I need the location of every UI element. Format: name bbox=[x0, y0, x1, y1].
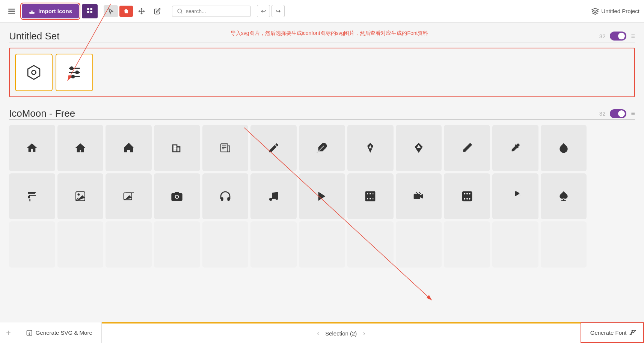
lib-icon-headphones[interactable] bbox=[202, 173, 249, 220]
svg-rect-26 bbox=[228, 146, 230, 152]
lib-icon-images[interactable] bbox=[106, 173, 152, 220]
svg-rect-20 bbox=[174, 148, 175, 149]
search-icon bbox=[177, 8, 183, 14]
section-header-row: Untitled Set 导入svg图片，然后选择要生成iconfont图标的s… bbox=[9, 30, 635, 42]
library-button[interactable] bbox=[82, 4, 98, 18]
set-menu-icon[interactable]: ≡ bbox=[631, 32, 635, 40]
library-menu-icon[interactable]: ≡ bbox=[631, 110, 635, 117]
lib-icon-newspaper[interactable] bbox=[202, 125, 249, 171]
search-input[interactable] bbox=[186, 8, 246, 14]
svg-rect-38 bbox=[367, 193, 368, 195]
lib-icon-nib2[interactable] bbox=[396, 125, 442, 171]
lib-icon-nib1[interactable] bbox=[347, 125, 394, 171]
lib-icon-home2[interactable] bbox=[57, 125, 104, 171]
selected-icons-container bbox=[9, 48, 635, 97]
svg-rect-1 bbox=[8, 11, 15, 12]
lib-icon-droplet[interactable] bbox=[541, 125, 587, 171]
svg-point-30 bbox=[78, 194, 79, 195]
lib-icon-r3-3[interactable] bbox=[106, 221, 152, 268]
svg-rect-44 bbox=[414, 194, 420, 199]
lib-icon-paint-roller[interactable] bbox=[9, 173, 55, 220]
lib-icon-pencil[interactable] bbox=[250, 125, 297, 171]
helper-text: 导入svg图片，然后选择要生成iconfont图标的svg图片，然后查看对应生成… bbox=[59, 30, 599, 37]
svg-rect-40 bbox=[373, 193, 374, 195]
toolbar: Import Icons bbox=[0, 0, 644, 23]
set-toggle[interactable] bbox=[610, 32, 626, 41]
set-title: Untitled Set bbox=[9, 30, 59, 42]
svg-point-35 bbox=[275, 197, 278, 200]
svg-point-49 bbox=[466, 193, 468, 194]
svg-point-53 bbox=[469, 198, 470, 200]
svg-point-34 bbox=[269, 198, 272, 201]
lib-icon-r3-10[interactable] bbox=[444, 221, 490, 268]
lib-icon-home1[interactable] bbox=[9, 125, 55, 171]
search-box bbox=[172, 6, 251, 17]
untitled-set-section: Untitled Set 导入svg图片，然后选择要生成iconfont图标的s… bbox=[9, 30, 635, 97]
svg-marker-9 bbox=[28, 66, 40, 80]
redo-button[interactable]: ↪ bbox=[271, 5, 285, 17]
icomoon-section: IcoMoon - Free 32 ≡ bbox=[9, 108, 635, 268]
svg-rect-4 bbox=[90, 8, 92, 10]
lib-icon-building[interactable] bbox=[154, 125, 200, 171]
icon-item-sliders[interactable] bbox=[56, 54, 93, 91]
import-icons-button[interactable]: Import Icons bbox=[22, 4, 79, 18]
svg-rect-6 bbox=[90, 11, 92, 13]
library-toggle[interactable] bbox=[610, 109, 626, 118]
svg-point-15 bbox=[76, 71, 78, 74]
lib-icon-r3-5[interactable] bbox=[202, 221, 249, 268]
svg-point-10 bbox=[32, 71, 36, 75]
svg-rect-5 bbox=[87, 11, 89, 13]
lib-icon-video[interactable] bbox=[396, 173, 442, 220]
svg-point-33 bbox=[176, 196, 178, 198]
lib-icon-r3-11[interactable] bbox=[492, 221, 538, 268]
select-tool-button[interactable] bbox=[104, 5, 118, 17]
library-count: 32 bbox=[599, 110, 606, 117]
edit-button[interactable] bbox=[150, 5, 164, 17]
set-count: 32 bbox=[599, 33, 606, 39]
lib-icon-pen[interactable] bbox=[299, 125, 345, 171]
icon-grid-row2 bbox=[9, 173, 635, 220]
menu-button[interactable] bbox=[5, 6, 19, 17]
lib-icon-r3-12[interactable] bbox=[541, 221, 587, 268]
lib-icon-home3[interactable] bbox=[106, 125, 152, 171]
lib-icon-image[interactable] bbox=[57, 173, 104, 220]
lib-icon-pen3[interactable] bbox=[444, 125, 490, 171]
svg-rect-43 bbox=[373, 198, 374, 200]
svg-point-48 bbox=[464, 193, 465, 194]
undo-redo: ↩ ↪ bbox=[257, 5, 285, 17]
library-meta: 32 ≡ bbox=[599, 109, 635, 118]
lib-icon-r3-9[interactable] bbox=[396, 221, 442, 268]
delete-button[interactable] bbox=[119, 6, 133, 17]
lib-icon-dice[interactable] bbox=[444, 173, 490, 220]
undo-button[interactable]: ↩ bbox=[257, 5, 270, 17]
section-meta: 32 ≡ bbox=[599, 32, 635, 41]
lib-icon-film[interactable] bbox=[347, 173, 394, 220]
svg-point-7 bbox=[178, 9, 182, 13]
svg-line-45 bbox=[416, 192, 418, 194]
move-button[interactable] bbox=[134, 5, 149, 17]
lib-icon-play[interactable] bbox=[299, 173, 345, 220]
svg-rect-39 bbox=[370, 193, 371, 195]
svg-line-46 bbox=[419, 192, 421, 194]
lib-icon-r3-4[interactable] bbox=[154, 221, 200, 268]
lib-icon-eyedropper[interactable] bbox=[492, 125, 538, 171]
lib-icon-camera[interactable] bbox=[154, 173, 200, 220]
lib-icon-spades[interactable] bbox=[541, 173, 587, 220]
svg-marker-8 bbox=[592, 8, 599, 11]
svg-point-14 bbox=[70, 67, 73, 69]
toolbar-left: Import Icons bbox=[5, 4, 285, 18]
lib-icon-r3-6[interactable] bbox=[250, 221, 297, 268]
lib-icon-r3-1[interactable] bbox=[9, 221, 55, 268]
lib-icon-music[interactable] bbox=[250, 173, 297, 220]
toolbar-tools bbox=[104, 5, 164, 17]
lib-icon-pacman[interactable] bbox=[492, 173, 538, 220]
icon-item-hex[interactable] bbox=[15, 54, 53, 91]
svg-marker-36 bbox=[318, 192, 326, 201]
svg-rect-18 bbox=[174, 146, 175, 147]
library-title: IcoMoon - Free bbox=[9, 108, 75, 119]
icon-grid-row3 bbox=[9, 221, 635, 268]
lib-icon-r3-7[interactable] bbox=[299, 221, 345, 268]
lib-icon-r3-8[interactable] bbox=[347, 221, 394, 268]
lib-icon-r3-2[interactable] bbox=[57, 221, 104, 268]
svg-rect-28 bbox=[30, 199, 31, 201]
